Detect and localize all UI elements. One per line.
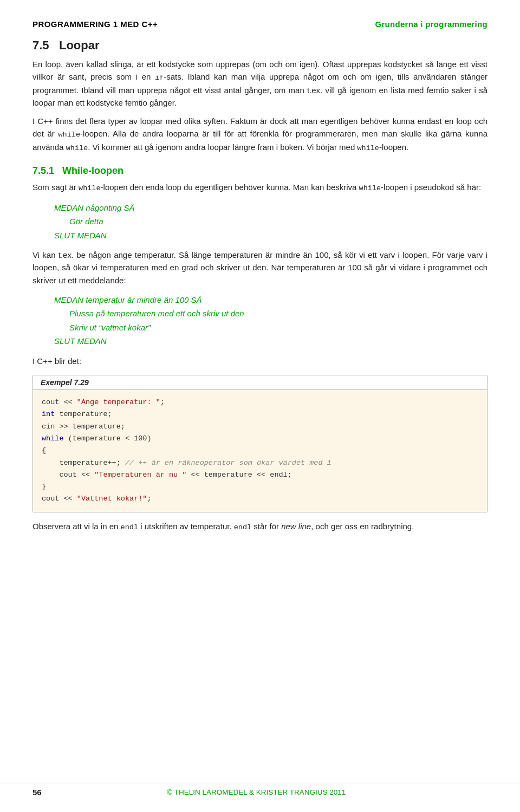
subsection-number: 7.5.1 xyxy=(32,165,54,176)
paragraph-3: Som sagt är while-loopen den enda loop d… xyxy=(32,181,487,194)
paragraph-5: I C++ blir det: xyxy=(32,355,487,367)
section-name: Loopar xyxy=(59,38,100,52)
code-example-header: Exempel 7.29 xyxy=(33,375,487,390)
paragraph-1: En loop, även kallad slinga, är ett kods… xyxy=(32,58,487,109)
pseudocode-block-1: MEDAN någonting SÅ Gör detta SLUT MEDAN xyxy=(54,201,487,243)
paragraph-6: Observera att vi la in en endl i utskrif… xyxy=(32,520,487,534)
book-title: PROGRAMMERING 1 MED C++ xyxy=(32,20,158,29)
page-number: 56 xyxy=(32,788,42,797)
pseudocode-line-2: Gör detta xyxy=(69,215,487,229)
pseudocode2-line-1: MEDAN temperatur är mindre än 100 SÅ xyxy=(54,293,487,307)
copyright-text: © THELIN LÄROMEDEL & KRISTER TRANGIUS 20… xyxy=(42,788,471,796)
chapter-title: Grunderna i programmering xyxy=(375,20,487,29)
pseudocode2-line-4: SLUT MEDAN xyxy=(54,334,487,348)
subsection-heading: 7.5.1 While-loopen xyxy=(32,165,487,177)
code-block-content: cout << "Ange temperatur: "; int tempera… xyxy=(33,390,487,511)
code-example-block: Exempel 7.29 cout << "Ange temperatur: "… xyxy=(32,375,487,512)
page-footer: 56 © THELIN LÄROMEDEL & KRISTER TRANGIUS… xyxy=(0,783,520,797)
pseudocode-line-1: MEDAN någonting SÅ xyxy=(54,201,487,215)
page-header: PROGRAMMERING 1 MED C++ Grunderna i prog… xyxy=(32,20,487,29)
section-number: 7.5 xyxy=(32,38,49,52)
pseudocode-block-2: MEDAN temperatur är mindre än 100 SÅ Plu… xyxy=(54,293,487,348)
pseudocode2-line-3: Skriv ut “vattnet kokar” xyxy=(69,321,487,335)
section-heading: 7.5 Loopar xyxy=(32,38,487,53)
pseudocode2-line-2: Plussa på temperaturen med ett och skriv… xyxy=(69,307,487,321)
example-label: Exempel 7.29 xyxy=(41,378,89,387)
paragraph-4: Vi kan t.ex. be någon ange temperatur. S… xyxy=(32,249,487,287)
subsection-name: While-loopen xyxy=(62,165,123,176)
paragraph-2: I C++ finns det flera typer av loopar me… xyxy=(32,115,487,154)
pseudocode-line-3: SLUT MEDAN xyxy=(54,229,487,243)
